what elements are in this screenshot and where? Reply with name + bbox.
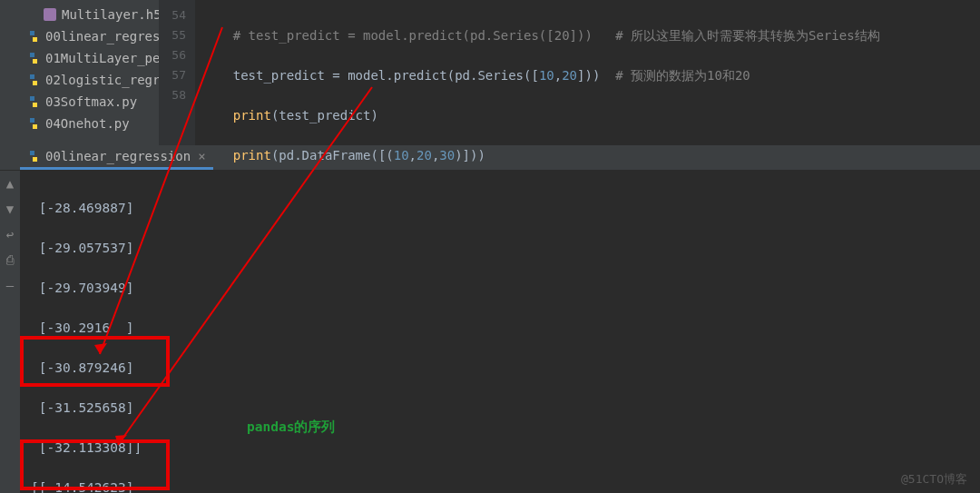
separator-icon: — — [3, 278, 17, 292]
console-line: [-32.113308]] — [31, 438, 969, 458]
scroll-down-icon[interactable]: ▼ — [3, 202, 17, 216]
file-item-02logistic[interactable]: 02logistic_regre — [0, 69, 159, 91]
line-number: 55 — [159, 25, 186, 45]
print-icon[interactable]: ⎙ — [3, 252, 17, 267]
python-icon — [27, 95, 40, 108]
file-item-01multilayer[interactable]: 01MultiLayer_pe — [0, 47, 159, 69]
code-line-55: test_predict = model.predict(pd.Series([… — [202, 65, 980, 85]
soft-wrap-icon[interactable]: ↩ — [3, 227, 17, 242]
line-number: 58 — [159, 85, 186, 105]
line-number-gutter: 54 55 56 57 58 — [159, 0, 195, 145]
python-icon — [27, 74, 40, 86]
run-tab-active[interactable]: 00linear_regression × — [20, 145, 213, 170]
line-number: 57 — [159, 65, 186, 85]
python-icon — [27, 150, 40, 163]
run-tab-label: 00linear_regression — [45, 149, 191, 163]
file-item-03softmax[interactable]: 03Softmax.py — [0, 91, 159, 113]
code-line-54: # test_predict = model.predict(pd.Series… — [202, 25, 980, 45]
watermark: @51CTO博客 — [901, 471, 967, 488]
console-line: [[-14.542623] — [31, 478, 969, 493]
file-label: 02logistic_regre — [45, 73, 159, 87]
console-line: [-28.469887] — [31, 198, 969, 218]
console-line: [-30.2916 ] — [31, 318, 969, 338]
project-file-list: Multilayer.h5 00linear_regress 01MultiLa… — [0, 0, 159, 145]
python-icon — [27, 30, 40, 43]
file-item-multilayer-h5[interactable]: Multilayer.h5 — [0, 4, 159, 25]
console-line: [-29.703949] — [31, 278, 969, 298]
code-line-57: print(pd.DataFrame([(10,20,30)])) — [202, 145, 980, 165]
file-label: 03Softmax.py — [45, 94, 137, 109]
code-editor[interactable]: 54 55 56 57 58 # test_predict = model.pr… — [159, 0, 980, 145]
line-number: 54 — [159, 5, 186, 25]
python-icon — [27, 117, 40, 130]
console-toolbar: ▲ ▼ ↩ ⎙ — — [0, 171, 20, 493]
console-line: [-29.057537] — [31, 238, 969, 258]
annotation-label: pandas的序列 — [247, 417, 335, 437]
file-label: 00linear_regress — [45, 29, 159, 44]
file-label: 01MultiLayer_pe — [45, 51, 159, 65]
console-output[interactable]: [-28.469887] [-29.057537] [-29.703949] [… — [20, 171, 980, 493]
console-line: [-31.525658] — [31, 398, 969, 418]
line-number: 56 — [159, 45, 186, 65]
python-icon — [27, 52, 40, 64]
code-content[interactable]: # test_predict = model.predict(pd.Series… — [195, 0, 980, 145]
file-label: Multilayer.h5 — [62, 7, 159, 22]
file-item-04onehot[interactable]: 04Onehot.py — [0, 113, 159, 134]
code-line-56: print(test_predict) — [202, 105, 980, 125]
scroll-up-icon[interactable]: ▲ — [3, 176, 17, 191]
file-label: 04Onehot.py — [45, 116, 130, 131]
file-item-00linear[interactable]: 00linear_regress — [0, 25, 159, 47]
svg-rect-0 — [44, 8, 56, 21]
console-line: [-30.879246] — [31, 358, 969, 378]
data-file-icon — [44, 8, 56, 21]
